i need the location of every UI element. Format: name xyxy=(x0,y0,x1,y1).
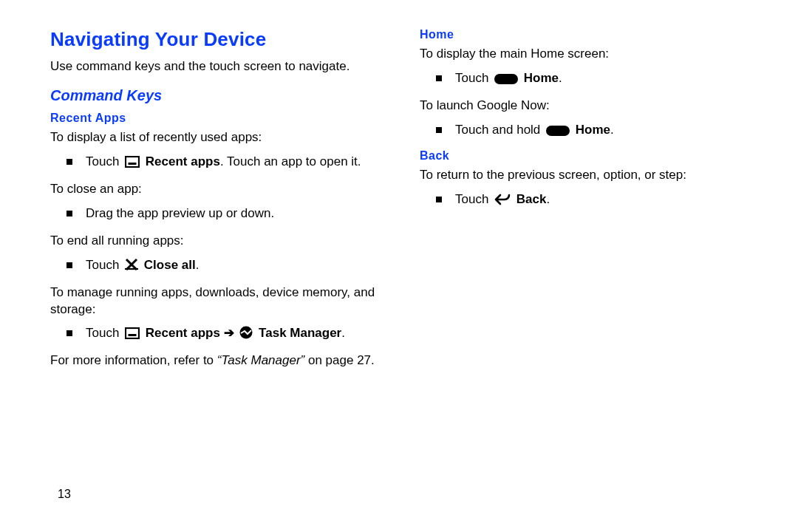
close-all-icon xyxy=(125,258,138,271)
bullet-icon xyxy=(66,159,72,165)
bullet-icon xyxy=(436,197,442,202)
text: . xyxy=(341,326,345,340)
list-item: Touch Back. xyxy=(436,191,760,208)
text: . Touch an app to open it. xyxy=(220,154,361,168)
svg-rect-6 xyxy=(129,334,137,336)
text-bold: Recent apps xyxy=(146,154,220,168)
back-icon xyxy=(494,194,511,205)
bullet-icon xyxy=(66,330,72,336)
text: . xyxy=(610,123,614,137)
list-item: Touch Recent apps. Touch an app to open … xyxy=(66,154,390,171)
bullet-text: Touch Recent apps. Touch an app to open … xyxy=(86,154,361,171)
task-manager-icon xyxy=(239,326,253,339)
text-bold: Recent apps xyxy=(146,326,220,340)
bullet-text: Touch Close all. xyxy=(86,257,199,274)
body-text: For more information, refer to “Task Man… xyxy=(50,352,390,369)
svg-rect-5 xyxy=(126,328,139,338)
text-bold: Home xyxy=(576,123,610,137)
svg-rect-0 xyxy=(126,157,139,167)
text-bold: Home xyxy=(524,71,559,85)
list-item: Touch and hold Home. xyxy=(436,122,760,139)
page-number: 13 xyxy=(58,488,71,501)
home-button-icon xyxy=(494,74,518,84)
text-bold: Back xyxy=(516,192,547,206)
body-text: To display a list of recently used apps: xyxy=(50,129,390,146)
body-text: To display the main Home screen: xyxy=(420,46,760,63)
body-text: To close an app: xyxy=(50,181,390,198)
body-text: To end all running apps: xyxy=(50,233,390,250)
recent-apps-icon xyxy=(125,156,140,168)
intro-text: Use command keys and the touch screen to… xyxy=(50,58,390,75)
bullet-icon xyxy=(66,211,72,216)
svg-rect-8 xyxy=(494,74,518,84)
text: . xyxy=(546,192,550,206)
text: Touch xyxy=(455,71,492,85)
list-item: Drag the app preview up or down. xyxy=(66,205,390,222)
page-title: Navigating Your Device xyxy=(50,28,390,51)
text-italic: “Task Manager” xyxy=(217,353,304,367)
text: Touch xyxy=(455,192,492,206)
text-bold: Close all xyxy=(144,258,196,272)
svg-rect-9 xyxy=(546,126,570,136)
svg-rect-1 xyxy=(129,163,137,165)
bullet-text: Touch Home. xyxy=(455,70,562,87)
body-text: To manage running apps, downloads, devic… xyxy=(50,284,390,318)
command-keys-heading: Command Keys xyxy=(50,87,390,104)
recent-apps-heading: Recent Apps xyxy=(50,112,390,125)
left-column: Navigating Your Device Use command keys … xyxy=(50,28,390,377)
text: on page 27. xyxy=(304,353,375,367)
bullet-text: Touch Back. xyxy=(455,191,550,208)
text: Touch and hold xyxy=(455,123,544,137)
list-item: Touch Close all. xyxy=(66,257,390,274)
list-item: Touch Recent apps ➔ Task Manager. xyxy=(66,325,390,342)
bullet-icon xyxy=(436,75,442,81)
bullet-icon xyxy=(436,127,442,133)
bullet-text: Drag the app preview up or down. xyxy=(86,205,274,222)
home-heading: Home xyxy=(420,28,760,41)
text: Touch xyxy=(86,326,123,340)
text-bold: Task Manager xyxy=(259,326,341,340)
text: . xyxy=(196,258,200,272)
text: Touch xyxy=(86,258,123,272)
back-heading: Back xyxy=(420,149,760,163)
arrow-icon: ➔ xyxy=(220,326,237,340)
body-text: To return to the previous screen, option… xyxy=(420,167,760,184)
home-button-icon xyxy=(546,126,570,136)
text: . xyxy=(559,71,562,85)
right-column: Home To display the main Home screen: To… xyxy=(420,28,760,377)
text: Touch xyxy=(86,154,123,168)
body-text: To launch Google Now: xyxy=(420,98,760,115)
recent-apps-icon xyxy=(125,327,140,339)
bullet-icon xyxy=(66,262,72,268)
bullet-text: Touch and hold Home. xyxy=(455,122,614,139)
text: For more information, refer to xyxy=(50,353,217,367)
bullet-text: Touch Recent apps ➔ Task Manager. xyxy=(86,325,345,342)
list-item: Touch Home. xyxy=(436,70,760,87)
